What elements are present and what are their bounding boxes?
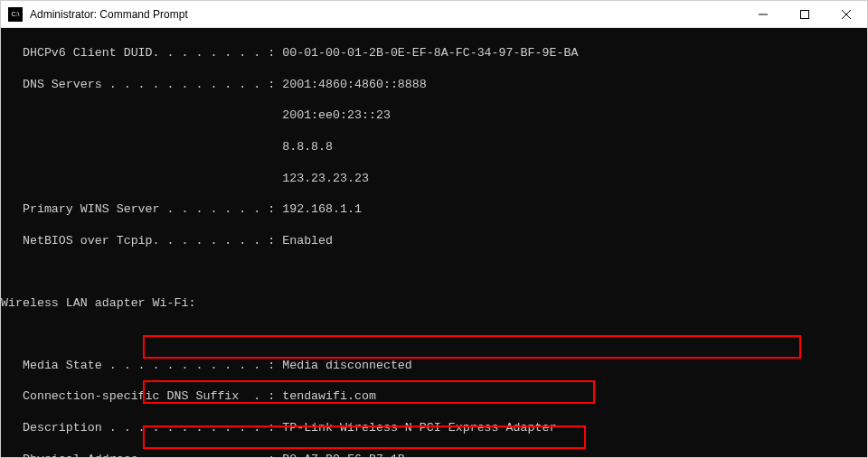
maximize-button[interactable] bbox=[784, 1, 826, 28]
output-line: Primary WINS Server . . . . . . . : 192.… bbox=[1, 201, 867, 217]
annotation-box bbox=[143, 425, 586, 449]
annotation-box bbox=[143, 380, 595, 404]
output-line: DHCPv6 Client DUID. . . . . . . . : 00-0… bbox=[1, 45, 867, 61]
svg-rect-1 bbox=[801, 11, 809, 19]
titlebar[interactable]: Administrator: Command Prompt bbox=[1, 1, 867, 28]
output-line: Physical Address. . . . . . . . . : B0-A… bbox=[1, 452, 867, 457]
window-title: Administrator: Command Prompt bbox=[30, 8, 742, 21]
window-controls bbox=[742, 1, 867, 27]
output-line: Media State . . . . . . . . . . . : Medi… bbox=[1, 358, 867, 373]
close-icon bbox=[842, 10, 851, 19]
close-button[interactable] bbox=[826, 1, 867, 28]
blank-line bbox=[1, 264, 867, 279]
annotation-box bbox=[143, 335, 801, 359]
output-line: 2001:ee0:23::23 bbox=[1, 107, 867, 123]
output-line: NetBIOS over Tcpip. . . . . . . . : Enab… bbox=[1, 233, 867, 248]
output-line: 8.8.8.8 bbox=[1, 139, 867, 154]
output-line: DNS Servers . . . . . . . . . . . : 2001… bbox=[1, 77, 867, 92]
minimize-icon bbox=[759, 10, 768, 19]
maximize-icon bbox=[800, 10, 809, 19]
output-line: 123.23.23.23 bbox=[1, 171, 867, 186]
command-prompt-window: Administrator: Command Prompt DHCPv6 Cli… bbox=[0, 0, 868, 458]
app-icon bbox=[8, 7, 23, 22]
terminal-content[interactable]: DHCPv6 Client DUID. . . . . . . . : 00-0… bbox=[1, 28, 867, 457]
minimize-button[interactable] bbox=[742, 1, 784, 28]
output-line: Wireless LAN adapter Wi-Fi: bbox=[1, 295, 867, 311]
